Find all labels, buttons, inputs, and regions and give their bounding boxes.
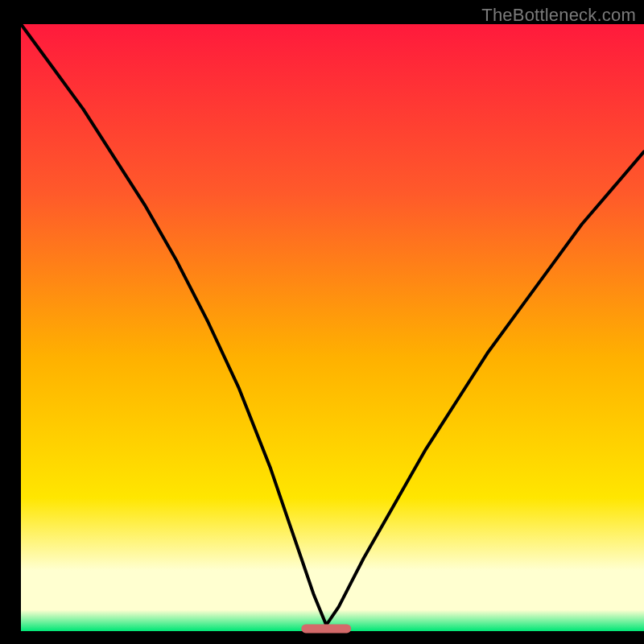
optimum-marker (301, 624, 351, 633)
plot-background (21, 24, 644, 631)
bottleneck-plot (0, 0, 644, 644)
chart-frame: TheBottleneck.com (0, 0, 644, 644)
attribution-label: TheBottleneck.com (481, 5, 636, 26)
